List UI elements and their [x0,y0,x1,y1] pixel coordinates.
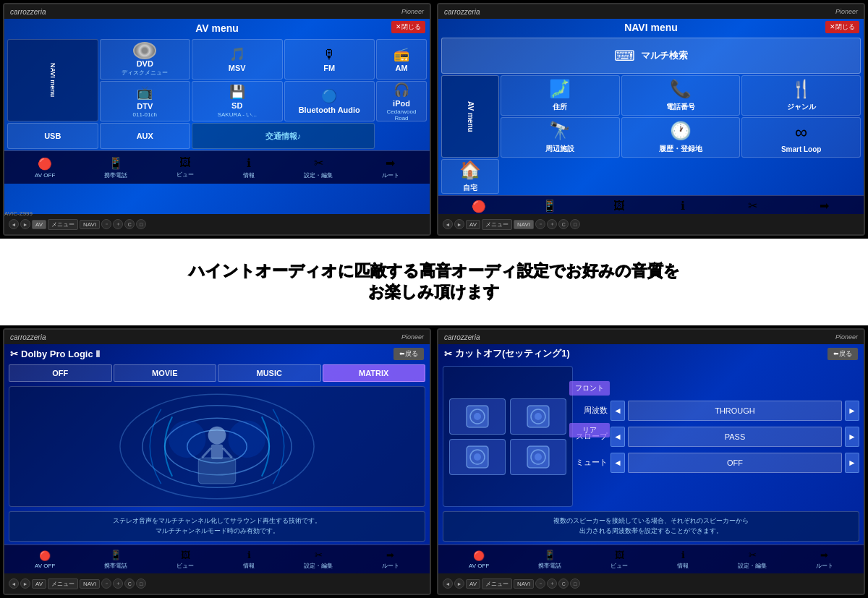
rear-label[interactable]: リア [569,423,610,437]
toolbar-route[interactable]: ➡ ルート [382,156,399,179]
dolby-ctrl-minus[interactable]: － [101,578,111,589]
menu-item-aux[interactable]: AUX [100,123,191,149]
mute-value[interactable]: OFF [628,453,842,473]
ctrl-prev[interactable]: ◄ [9,219,19,229]
dolby-tab-off[interactable]: OFF [9,364,112,382]
navi-item-phone[interactable]: 📞 電話番号 [621,75,741,116]
frequency-right-arrow[interactable]: ► [845,401,859,421]
menu-item-usb[interactable]: USB [7,123,98,149]
dolby-ctrl-next[interactable]: ► [20,578,30,589]
menu-item-msv[interactable]: 🎵 MSV [192,39,283,80]
toolbar-view[interactable]: 🖼 ビュー [176,156,194,179]
cutoff-toolbar-view[interactable]: 🖼 ビュー [610,550,628,570]
slope-value[interactable]: PASS [628,427,842,447]
navi-toolbar-settings[interactable]: ✂ 設定・編集 [738,199,767,214]
slope-left-arrow[interactable]: ◄ [610,427,625,447]
dolby-ctrl-plus[interactable]: ＋ [113,578,123,589]
cutoff-toolbar-phone[interactable]: 📱 携帯電話 [538,550,561,570]
navi-ctrl-prev[interactable]: ◄ [443,219,453,229]
ctrl-sq[interactable]: □ [136,219,146,229]
dolby-ctrl-navi[interactable]: NAVI [80,579,100,589]
navi-menu-btn[interactable]: NAVI menu [7,39,98,121]
navi-toolbar-view[interactable]: 🖼 ビュー [610,200,628,215]
toolbar-phone[interactable]: 📱 携帯電話 [104,156,127,179]
toolbar-av-off[interactable]: 🔴 AV OFF [35,157,55,179]
ctrl-minus[interactable]: － [101,219,111,229]
navi-close-btn[interactable]: ✕閉じる [825,21,859,33]
ctrl-c[interactable]: C [124,219,135,229]
menu-item-dvd[interactable]: DVD ディスクメニュー [100,39,191,80]
frequency-value[interactable]: THROUGH [628,401,842,421]
cutoff-toolbar-settings[interactable]: ✂ 設定・編集 [738,550,767,570]
dolby-tab-matrix[interactable]: MATRIX [323,364,426,382]
cutoff-ctrl-minus[interactable]: － [535,578,545,589]
mute-left-arrow[interactable]: ◄ [610,453,625,473]
dolby-ctrl-prev[interactable]: ◄ [9,578,19,589]
menu-item-am[interactable]: 📻 AM [376,39,427,80]
navi-item-home[interactable]: 🏠 自宅 [441,159,499,194]
cutoff-ctrl-plus[interactable]: ＋ [547,578,557,589]
navi-ctrl-navi[interactable]: NAVI [514,220,534,229]
ctrl-plus[interactable]: ＋ [113,219,123,229]
cutoff-toolbar-route[interactable]: ➡ ルート [816,550,833,570]
dolby-ctrl-sq[interactable]: □ [136,578,146,589]
navi-item-genre[interactable]: 🍴 ジャンル [741,75,861,116]
mute-right-arrow[interactable]: ► [845,453,859,473]
navi-ctrl-menu[interactable]: メニュー [482,219,512,230]
cutoff-back-btn[interactable]: ⬅戻る [827,348,858,360]
av-close-btn[interactable]: ✕閉じる [391,21,425,33]
navi-ctrl-plus[interactable]: ＋ [547,219,557,229]
navi-item-history[interactable]: 🕐 履歴・登録地 [621,117,741,158]
menu-item-sd[interactable]: 💾 SD SAKURA - い... [192,81,283,121]
cutoff-ctrl-c[interactable]: C [558,578,569,589]
dolby-toolbar-settings[interactable]: ✂ 設定・編集 [304,550,333,570]
dolby-toolbar-phone[interactable]: 📱 携帯電話 [104,550,127,570]
dolby-toolbar-view[interactable]: 🖼 ビュー [176,550,194,570]
traffic-btn[interactable]: 交通情報♪ [192,123,375,149]
toolbar-settings[interactable]: ✂ 設定・編集 [304,156,333,179]
navi-av-btn[interactable]: AV menu [441,75,499,158]
cutoff-toolbar-av-off[interactable]: 🔴 AV OFF [469,550,489,569]
navi-ctrl-c[interactable]: C [558,219,569,229]
slope-right-arrow[interactable]: ► [845,427,859,447]
front-label[interactable]: フロント [569,381,610,396]
menu-item-bluetooth[interactable]: 🔵 Bluetooth Audio [284,81,375,121]
menu-item-dtv[interactable]: 📺 DTV 011-01ch [100,81,191,121]
menu-item-ipod[interactable]: 🎧 iPod Cedarwood Road [376,81,427,121]
dolby-toolbar-av-off[interactable]: 🔴 AV OFF [35,550,55,569]
cutoff-ctrl-next[interactable]: ► [454,578,464,589]
cutoff-ctrl-sq[interactable]: □ [570,578,580,589]
dolby-ctrl-av[interactable]: AV [32,579,46,589]
ctrl-menu[interactable]: メニュー [48,219,78,230]
navi-toolbar-phone[interactable]: 📱 携帯電話 [538,199,561,214]
dolby-tab-music[interactable]: MUSIC [218,364,321,382]
dolby-toolbar-route[interactable]: ➡ ルート [382,550,399,570]
ctrl-av[interactable]: AV [32,220,46,229]
dolby-ctrl-c[interactable]: C [124,578,135,589]
navi-item-smart-loop[interactable]: ∞ Smart Loop [741,117,861,158]
navi-ctrl-av[interactable]: AV [466,220,480,229]
navi-item-address[interactable]: 🗾 住所 [501,75,620,116]
navi-search-bar[interactable]: ⌨ マルチ検索 [441,38,861,74]
dolby-toolbar-info[interactable]: ℹ 情報 [243,550,255,570]
navi-ctrl-next[interactable]: ► [454,219,464,229]
dolby-back-btn[interactable]: ⬅戻る [393,348,424,360]
cutoff-ctrl-av[interactable]: AV [466,579,480,589]
navi-toolbar-info[interactable]: ℹ 情報 [677,199,689,214]
cutoff-ctrl-prev[interactable]: ◄ [443,578,453,589]
dolby-ctrl-menu[interactable]: メニュー [48,578,78,589]
ctrl-navi[interactable]: NAVI [80,220,100,229]
dolby-tab-movie[interactable]: MOVIE [114,364,217,382]
cutoff-ctrl-navi[interactable]: NAVI [514,579,534,589]
navi-ctrl-sq[interactable]: □ [570,219,580,229]
toolbar-info[interactable]: ℹ 情報 [243,156,255,179]
cutoff-ctrl-menu[interactable]: メニュー [482,578,512,589]
navi-toolbar-av-off[interactable]: 🔴 AV OFF [469,200,489,214]
frequency-left-arrow[interactable]: ◄ [610,401,625,421]
navi-item-nearby[interactable]: 🔭 周辺施設 [501,117,620,158]
navi-ctrl-minus[interactable]: － [535,219,545,229]
menu-item-fm[interactable]: 🎙 FM [284,39,375,80]
navi-toolbar-route[interactable]: ➡ ルート [816,199,833,214]
cutoff-toolbar-info[interactable]: ℹ 情報 [677,550,689,570]
ctrl-next[interactable]: ► [20,219,30,229]
